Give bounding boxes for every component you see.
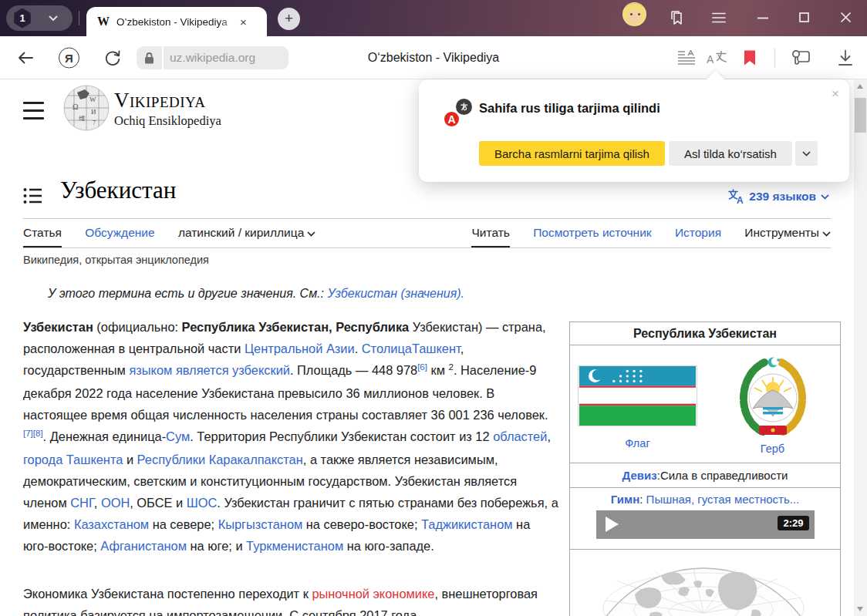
wiki-link[interactable]: областей bbox=[493, 429, 547, 443]
anthem-row: Гимн: Пышная, густая местность... 2:29 bbox=[570, 488, 840, 550]
tab-view-source[interactable]: Посмотреть источник bbox=[533, 226, 651, 247]
yandex-logo-icon[interactable]: Я bbox=[59, 47, 79, 68]
wiki-link[interactable]: Афганистаном bbox=[100, 539, 187, 553]
wiki-subtitle-text: Ochiq Ensiklopediya bbox=[114, 113, 221, 129]
wiki-link[interactable]: СтолицаТашкент bbox=[362, 342, 460, 355]
text-segment: км bbox=[427, 363, 449, 377]
tab-tools[interactable]: Инструменты bbox=[744, 226, 831, 247]
scrollbar-down-arrow[interactable] bbox=[857, 607, 863, 611]
tab-language-variant[interactable]: латинский / кириллица bbox=[178, 226, 315, 247]
play-icon[interactable] bbox=[606, 517, 619, 532]
language-icon: A bbox=[728, 189, 744, 204]
location-map[interactable] bbox=[570, 550, 840, 616]
wiki-link[interactable]: Таджикистаном bbox=[421, 517, 512, 531]
text-segment: 2 bbox=[449, 362, 454, 372]
tab-group-chevron-icon[interactable] bbox=[49, 15, 58, 22]
wiki-link[interactable]: ШОС bbox=[187, 496, 218, 510]
user-avatar[interactable] bbox=[622, 2, 646, 26]
coat-of-arms-link[interactable]: Герб bbox=[761, 443, 784, 455]
toc-list-icon[interactable] bbox=[23, 187, 42, 204]
tools-chevron-icon bbox=[822, 231, 831, 237]
article-nav-tabs: Статья Обсуждение латинский / кириллица … bbox=[23, 226, 831, 248]
tab-history[interactable]: История bbox=[675, 226, 721, 247]
downloads-icon[interactable] bbox=[838, 49, 853, 66]
tab-read[interactable]: Читать bbox=[471, 226, 509, 247]
wiki-link[interactable]: Сум bbox=[166, 429, 190, 443]
passwords-icon[interactable] bbox=[788, 49, 811, 67]
tab-article[interactable]: Статья bbox=[23, 226, 62, 247]
wiki-link[interactable]: СНГ bbox=[70, 496, 94, 510]
page-scrollbar[interactable] bbox=[854, 79, 867, 616]
chevron-down-icon bbox=[802, 151, 811, 157]
anthem-link[interactable]: Пышная, густая местность... bbox=[646, 493, 800, 506]
wiki-link[interactable]: Центральной Азии bbox=[245, 342, 355, 355]
text-segment: на севере; bbox=[149, 517, 218, 531]
back-icon[interactable] bbox=[17, 51, 34, 65]
wikipedia-globe-logo[interactable]: Ω W И 维 7 bbox=[62, 83, 111, 133]
browser-titlebar: 1 W O’zbekiston - Vikipediya × + bbox=[0, 0, 867, 36]
wiki-link[interactable]: города Ташкента bbox=[23, 453, 123, 466]
wiki-link[interactable]: Узбекистан (значения). bbox=[327, 287, 464, 300]
languages-button[interactable]: A 239 языков bbox=[728, 189, 829, 204]
popup-close-icon[interactable]: × bbox=[832, 86, 839, 102]
browser-menu-icon[interactable] bbox=[712, 12, 726, 23]
text-segment: Узбекистан bbox=[23, 320, 93, 334]
new-tab-button[interactable]: + bbox=[278, 8, 300, 30]
toolbar-page-title: O‘zbekiston - Vikipediya bbox=[368, 51, 499, 65]
reader-mode-icon[interactable] bbox=[677, 50, 696, 66]
translate-images-button[interactable]: Barcha rasmlarni tarjima qilish bbox=[479, 141, 665, 166]
text-segment: , bbox=[547, 429, 551, 443]
motto-text: Сила в справедливости bbox=[660, 469, 788, 482]
lock-icon bbox=[144, 52, 154, 64]
window-minimize-icon[interactable] bbox=[757, 17, 768, 19]
anthem-label-link[interactable]: Гимн bbox=[611, 493, 640, 506]
uzbekistan-flag-image[interactable] bbox=[578, 365, 697, 426]
wiki-title-text: Vikipediya bbox=[114, 89, 221, 113]
address-bar[interactable]: uz.wikipedia.org bbox=[137, 46, 288, 69]
flag-link[interactable]: Флаг bbox=[625, 437, 649, 449]
uzbekistan-coat-of-arms-image[interactable] bbox=[734, 355, 812, 438]
show-original-button[interactable]: Asl tilda ko‘rsatish bbox=[669, 141, 792, 166]
anthem-audio-player[interactable]: 2:29 bbox=[596, 510, 815, 539]
browser-toolbar: Я uz.wikipedia.org O‘zbekiston - Vikiped… bbox=[0, 36, 867, 79]
text-segment: на северо-востоке; bbox=[302, 517, 421, 531]
motto-row: Девиз: Сила в справедливости bbox=[570, 463, 840, 488]
translate-icon[interactable]: A bbox=[707, 49, 728, 66]
browser-tab[interactable]: W O’zbekiston - Vikipediya × bbox=[86, 7, 267, 36]
url-text-segment[interactable]: uz.wikipedia.org bbox=[164, 46, 288, 69]
tab-group-counter[interactable]: 1 bbox=[6, 5, 73, 31]
ssl-lock-segment[interactable] bbox=[137, 46, 162, 69]
text-segment: Экономика Узбекистана постепенно переход… bbox=[23, 587, 312, 601]
text-segment: . bbox=[355, 342, 362, 355]
tab-close-icon[interactable]: × bbox=[240, 15, 247, 29]
wiki-link[interactable]: рыночной экономике bbox=[312, 587, 434, 601]
wiki-wordmark[interactable]: Vikipediya Ochiq Ensiklopediya bbox=[114, 89, 221, 129]
wiki-link[interactable]: языком является узбекский bbox=[129, 363, 290, 377]
svg-text:W: W bbox=[89, 96, 96, 103]
tab-talk[interactable]: Обсуждение bbox=[85, 226, 154, 247]
scrollbar-thumb[interactable] bbox=[855, 98, 866, 133]
wiki-link[interactable]: ООН bbox=[101, 496, 130, 510]
motto-label-link[interactable]: Девиз bbox=[622, 469, 657, 482]
article-title: Узбекистан bbox=[60, 177, 176, 204]
url-text: uz.wikipedia.org bbox=[170, 51, 255, 65]
wiki-menu-icon[interactable] bbox=[23, 102, 44, 125]
wiki-link[interactable]: Казахстаном bbox=[74, 517, 149, 531]
wiki-link[interactable]: [7][8] bbox=[23, 429, 43, 438]
popup-options-chevron[interactable] bbox=[795, 141, 818, 166]
title-divider bbox=[23, 218, 831, 219]
bookmarks-icon[interactable] bbox=[668, 11, 687, 26]
text-segment: на юго-западе. bbox=[343, 539, 434, 553]
wiki-link[interactable]: Туркменистаном bbox=[246, 539, 343, 553]
wiki-link[interactable]: Республики Каракалпакстан bbox=[137, 453, 303, 466]
tab-title: O’zbekiston - Vikipediya bbox=[116, 16, 238, 28]
window-close-icon[interactable] bbox=[841, 12, 851, 22]
wiki-link[interactable]: [6] bbox=[417, 362, 427, 372]
window-maximize-icon[interactable] bbox=[799, 12, 809, 22]
scrollbar-up-arrow[interactable] bbox=[857, 84, 863, 89]
text-segment: (официально: bbox=[93, 320, 182, 334]
tab-count-badge: 1 bbox=[13, 8, 32, 29]
bookmark-page-icon[interactable] bbox=[744, 49, 756, 66]
reload-icon[interactable] bbox=[103, 49, 122, 67]
wiki-link[interactable]: Кыргызстаном bbox=[218, 517, 303, 531]
